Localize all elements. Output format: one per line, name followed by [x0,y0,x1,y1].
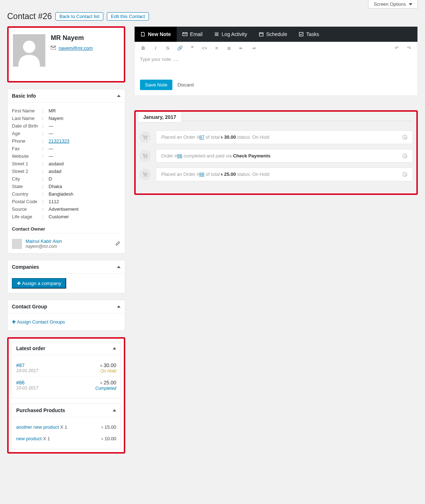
strike-icon[interactable]: S [164,45,171,51]
cart-icon [139,131,151,143]
contact-group-panel: Contact Group ✚ Assign Contact Groups [7,300,125,331]
indent-icon[interactable]: ⇥ [250,45,257,51]
outdent-icon[interactable]: ⇤ [238,45,244,51]
product-link[interactable]: new product [16,436,42,441]
contact-email-link[interactable]: nayem@mr.com [59,45,93,51]
bold-icon[interactable]: B [140,45,146,51]
timeline-month: January, 2017 [138,112,182,122]
timeline-section: January, 2017 Placed an Order #87 of tot… [134,110,418,195]
tab-new-note[interactable]: New Note [135,27,177,42]
plus-icon: ✚ [17,281,21,286]
clock-icon [402,153,407,159]
timeline-item: Placed an Order #87 of total ৳ 30.00 sta… [139,130,413,144]
info-row: Country:Bangladesh [12,190,121,198]
owner-name-link[interactable]: Mainul Kabir Aion [26,238,112,244]
companies-header[interactable]: Companies [8,260,125,274]
order-link[interactable]: 86 [177,153,182,159]
products-header[interactable]: Purchased Products [12,404,121,417]
latest-order-header[interactable]: Latest order [12,342,121,355]
redo-icon[interactable]: ↷ [406,45,412,51]
link-icon[interactable]: 🔗 [177,45,183,51]
owner-avatar [12,239,22,249]
contact-card: MR Nayem nayem@mr.com [7,26,125,82]
timeline-item: Order #86 completed and paid via Check P… [139,149,413,162]
undo-icon[interactable]: ↶ [393,45,400,51]
order-row: #8710-01-2017৳ 30.00On Hold [16,360,116,377]
info-row: Fax:— [12,145,121,152]
info-value: Dhaka [49,184,62,189]
info-value: MR [49,108,56,113]
quote-icon[interactable]: ❞ [189,45,195,51]
collapse-icon [117,95,121,97]
svg-point-8 [146,157,147,158]
info-value: Nayem [49,116,63,121]
info-value: asdasd [49,161,64,166]
collapse-icon [117,305,121,308]
basic-info-header[interactable]: Basic Info [8,89,125,103]
save-note-button[interactable]: Save Note [140,80,172,90]
info-row: Date of Birth:— [12,122,121,130]
plus-icon: ✚ [12,319,16,325]
info-row: City:D [12,175,121,183]
info-value: Bangladesh [49,191,73,197]
timeline-item: Placed an Order #86 of total ৳ 25.00 sta… [139,168,413,181]
product-row: new product X 1৳ 10.00 [16,433,116,445]
info-row: Source:Advertisement [12,205,121,213]
ordered-list-icon[interactable]: ≣ [226,45,232,51]
discard-button[interactable]: Discard [174,80,197,90]
tab-log-activity[interactable]: Log Activity [208,27,253,42]
info-row: Postal Code:1112 [12,198,121,205]
code-icon[interactable]: <> [201,45,208,51]
order-row: #8610-01-2017৳ 25.00Completed [16,377,116,394]
bullet-list-icon[interactable]: ≡ [213,45,220,51]
svg-point-5 [144,139,145,139]
order-id-link[interactable]: #86 [16,380,38,385]
order-link[interactable]: 87 [199,134,204,140]
info-row: Last Name:Nayem [12,115,121,122]
info-value: 1112 [49,199,59,204]
page-title: Contact #26 [7,12,52,21]
info-row: Street 1:asdasd [12,160,121,168]
tab-schedule[interactable]: Schedule [253,27,293,42]
tab-email[interactable]: Email [177,27,208,42]
svg-point-9 [144,176,145,177]
cart-icon [139,169,151,180]
info-row: Street 2:asdad [12,168,121,175]
svg-point-7 [144,157,145,158]
info-value[interactable]: 21321323 [49,138,69,144]
screen-options-button[interactable]: Screen Options [368,0,418,9]
order-id-link[interactable]: #87 [16,362,38,368]
collapse-icon [113,347,116,349]
info-value: — [49,146,53,151]
svg-point-6 [146,139,147,139]
assign-contact-groups-link[interactable]: ✚ Assign Contact Groups [12,318,65,326]
contact-group-header[interactable]: Contact Group [8,300,125,313]
info-value: — [49,123,53,129]
basic-info-panel: Basic Info First Name:MRLast Name:NayemD… [7,89,125,254]
cart-icon [139,150,151,162]
edit-owner-icon[interactable] [116,241,121,247]
info-value: asdad [49,169,61,174]
assign-company-button[interactable]: ✚ Assign a company [12,278,66,289]
order-link[interactable]: 86 [199,171,204,177]
edit-contact-button[interactable]: Edit this Contact [107,12,149,21]
back-to-list-button[interactable]: Back to Contact list [55,12,103,21]
owner-email: nayem@mr.com [26,244,112,249]
clock-icon [402,172,407,177]
latest-order-panel: Latest order #8710-01-2017৳ 30.00On Hold… [7,337,125,454]
info-row: State:Dhaka [12,183,121,190]
info-value: Advertisement [49,206,78,212]
info-value: — [49,153,53,159]
svg-rect-3 [259,33,263,36]
note-textarea[interactable]: Type your note ..... [135,54,417,76]
collapse-icon [117,266,121,268]
product-link[interactable]: another new product [16,424,59,430]
info-row: Age:— [12,130,121,137]
tab-tasks[interactable]: Tasks [293,27,325,42]
info-row: Life stage:Customer [12,213,121,220]
avatar [13,34,45,67]
screen-options-label: Screen Options [374,1,406,7]
info-row: First Name:MR [12,107,121,115]
svg-point-10 [146,176,147,177]
italic-icon[interactable]: I [152,45,159,51]
